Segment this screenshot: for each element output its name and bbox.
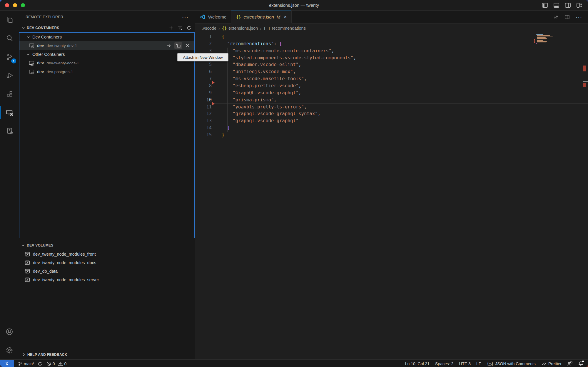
code-line-8[interactable]: 8 "esbenp.prettier-vscode", xyxy=(195,83,588,90)
breadcrumb-recommendations[interactable]: recommendations xyxy=(272,26,306,31)
eol-status[interactable]: LF xyxy=(476,361,481,366)
more-actions-icon[interactable]: ··· xyxy=(576,16,582,18)
volume-row-dev_twenty_node_modules_front[interactable]: dev_twenty_node_modules_front xyxy=(19,250,195,258)
code-line-12[interactable]: 12 "graphql.vscode-graphql-syntax", xyxy=(195,110,588,118)
sidebar-title-row: REMOTE EXPLORER ··· xyxy=(19,11,195,24)
line-number: 13 xyxy=(195,118,212,125)
container-tools-icon[interactable] xyxy=(0,122,19,140)
add-container-icon[interactable] xyxy=(169,26,173,30)
close-window-button[interactable] xyxy=(5,3,9,7)
tooltip: Attach in New Window xyxy=(177,53,228,61)
tree-group-dev-containers[interactable]: Dev Containers xyxy=(19,33,194,41)
source-control-icon[interactable]: 1 xyxy=(0,48,19,66)
chevron-down-icon xyxy=(21,26,26,30)
code-line-5[interactable]: 5 "dbaeumer.vscode-eslint", xyxy=(195,61,588,68)
encoding-status[interactable]: UTF-8 xyxy=(459,361,471,366)
code-line-1[interactable]: 1{ xyxy=(195,33,588,41)
remote-indicator-button[interactable] xyxy=(0,360,14,367)
container-row-dev-postgres-1[interactable]: devdev-postgres-1 xyxy=(19,67,194,76)
container-icon xyxy=(29,69,35,75)
line-number: 9 xyxy=(195,90,212,97)
indentation-status[interactable]: Spaces: 2 xyxy=(435,361,453,366)
refresh-icon[interactable] xyxy=(187,26,191,30)
split-editor-icon[interactable] xyxy=(564,14,570,20)
dev-volumes-section-header[interactable]: DEV VOLUMES xyxy=(19,241,195,250)
settings-gear-icon[interactable] xyxy=(0,341,19,359)
dev-containers-section-header[interactable]: DEV CONTAINERS xyxy=(19,24,195,32)
minimap-line xyxy=(537,39,546,39)
code-line-13[interactable]: 13 "graphql.vscode-graphql" xyxy=(195,118,588,125)
volume-row-dev_db_data[interactable]: dev_db_data xyxy=(19,267,195,275)
cursor-position-status[interactable]: Ln 10, Col 21 xyxy=(405,361,430,366)
minimap-deleted-mark xyxy=(534,39,535,41)
customize-layout-icon[interactable] xyxy=(577,3,582,8)
minimap[interactable] xyxy=(536,34,562,45)
minimize-window-button[interactable] xyxy=(13,3,17,7)
git-sync-icon[interactable] xyxy=(38,361,42,366)
code-line-7[interactable]: 7 "ms-vscode.makefile-tools", xyxy=(195,76,588,83)
code-line-11[interactable]: 11 "yoavbls.pretty-ts-errors", xyxy=(195,104,588,111)
container-row-actions xyxy=(165,41,191,50)
explorer-icon[interactable] xyxy=(0,11,19,29)
remote-explorer-icon[interactable] xyxy=(0,103,19,122)
code-line-2[interactable]: 2 "recommendations": [ xyxy=(195,41,588,48)
container-row-dev-twenty-docs-1[interactable]: devdev-twenty-docs-1 xyxy=(19,58,194,67)
json-file-icon: {} xyxy=(222,26,227,31)
volume-row-dev_twenty_node_modules_docs[interactable]: dev_twenty_node_modules_docs xyxy=(19,258,195,267)
code-line-6[interactable]: 6 "unifiedjs.vscode-mdx", xyxy=(195,68,588,76)
deleted-lines-marker[interactable] xyxy=(212,81,215,84)
breadcrumb-extensions-json[interactable]: extensions.json xyxy=(228,26,258,31)
toggle-primary-sidebar-icon[interactable] xyxy=(542,3,548,8)
overview-ruler-deleted-mark xyxy=(583,83,586,87)
deleted-lines-marker[interactable] xyxy=(212,102,215,105)
container-row-dev-twenty-dev-1[interactable]: devdev-twenty-dev-1 xyxy=(19,41,194,50)
close-tab-icon[interactable]: × xyxy=(284,14,287,20)
code-lines: 1{2 "recommendations": [3 "ms-vscode-rem… xyxy=(195,33,588,139)
minimap-line xyxy=(537,41,547,42)
chevron-down-icon xyxy=(26,35,31,39)
code-line-15[interactable]: 15} xyxy=(195,132,588,139)
git-branch-status[interactable]: main* xyxy=(18,361,42,366)
code-line-14[interactable]: 14 ] xyxy=(195,125,588,132)
overview-ruler-border xyxy=(583,33,583,359)
chevron-right-icon xyxy=(21,352,26,357)
zoom-window-button[interactable] xyxy=(21,3,25,7)
breadcrumb-vscode[interactable]: .vscode xyxy=(202,26,216,31)
accounts-icon[interactable] xyxy=(0,322,19,341)
attach-to-container-icon[interactable] xyxy=(165,42,173,49)
code-line-10[interactable]: 10 "prisma.prisma", xyxy=(195,97,588,104)
vscode-window: extensions.json — twenty 1 xyxy=(0,0,588,367)
problems-status[interactable]: 0 0 xyxy=(46,361,67,366)
language-mode-status[interactable]: {} JSON with Comments xyxy=(487,361,536,366)
toggle-secondary-sidebar-icon[interactable] xyxy=(565,3,571,8)
dev-containers-section-actions xyxy=(169,26,191,30)
volume-row-dev_twenty_node_modules_server[interactable]: dev_twenty_node_modules_server xyxy=(19,275,195,284)
attach-in-new-window-icon[interactable] xyxy=(174,42,182,49)
minimap-line xyxy=(537,37,546,38)
toggle-panel-icon[interactable] xyxy=(554,3,559,8)
tab-extensions-json[interactable]: {} extensions.json M × xyxy=(231,11,292,24)
formatter-status[interactable]: Prettier xyxy=(541,361,562,366)
code-line-4[interactable]: 4 "styled-components.vscode-styled-compo… xyxy=(195,55,588,62)
filter-icon[interactable] xyxy=(178,26,183,30)
notifications-bell-icon[interactable] xyxy=(578,361,583,366)
feedback-icon[interactable] xyxy=(567,361,573,366)
tree-group-other-containers[interactable]: Other Containers xyxy=(19,50,194,58)
minimap-line xyxy=(536,34,536,34)
help-and-feedback-section-header[interactable]: HELP AND FEEDBACK xyxy=(19,350,195,359)
open-changes-icon[interactable] xyxy=(553,14,559,20)
double-check-icon xyxy=(541,361,547,366)
sidebar-more-actions-icon[interactable]: ··· xyxy=(182,16,188,19)
extensions-icon[interactable] xyxy=(0,85,19,103)
git-branch-label: main* xyxy=(24,361,34,366)
run-and-debug-icon[interactable] xyxy=(0,66,19,85)
search-icon[interactable] xyxy=(0,29,19,48)
chevron-down-icon xyxy=(26,52,31,57)
volume-icon xyxy=(24,260,30,266)
stop-container-icon[interactable] xyxy=(184,42,191,49)
tab-welcome[interactable]: Welcome xyxy=(195,11,231,23)
code-editor[interactable]: 1{2 "recommendations": [3 "ms-vscode-rem… xyxy=(195,33,588,359)
activity-bar-spacer xyxy=(0,140,19,322)
code-line-9[interactable]: 9 "GraphQL.vscode-graphql", xyxy=(195,90,588,97)
code-line-3[interactable]: 3 "ms-vscode-remote.remote-containers", xyxy=(195,48,588,55)
